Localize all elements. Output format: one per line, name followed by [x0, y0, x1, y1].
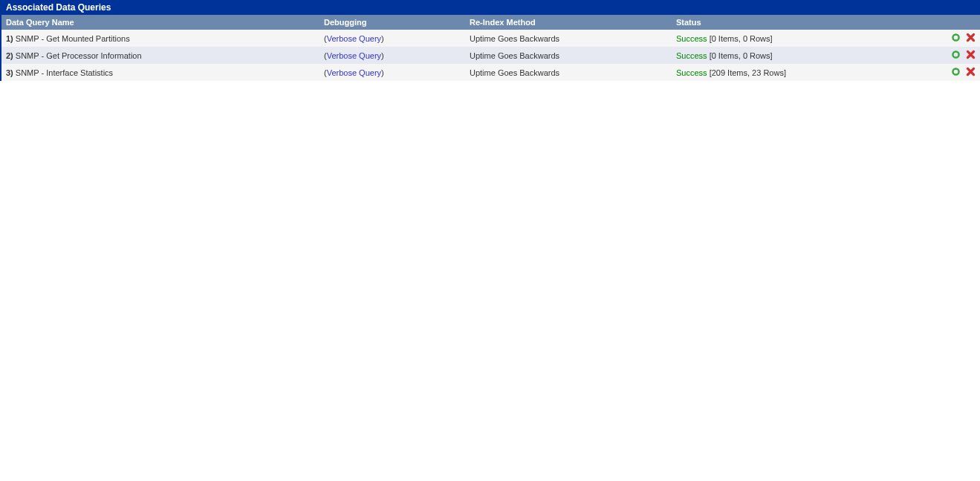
svg-point-2 [953, 68, 958, 74]
status-word: Success [676, 34, 707, 43]
status-detail: [0 Items, 0 Rows] [710, 34, 773, 43]
query-name: SNMP - Get Processor Information [16, 51, 142, 60]
table-header-row: Data Query Name Debugging Re-Index Metho… [1, 15, 980, 30]
reload-icon[interactable] [951, 33, 961, 44]
delete-icon[interactable] [966, 67, 976, 78]
table-row: 3) SNMP - Interface Statistics (Verbose … [1, 64, 980, 81]
svg-point-1 [953, 51, 958, 57]
verbose-query-link[interactable]: Verbose Query [327, 51, 381, 60]
status-word: Success [676, 51, 707, 60]
col-header-actions [944, 15, 980, 30]
panel-title: Associated Data Queries [1, 0, 980, 15]
reload-icon[interactable] [951, 67, 961, 78]
status-detail: [0 Items, 0 Rows] [710, 51, 773, 60]
associated-data-queries-panel: Associated Data Queries Data Query Name … [0, 0, 980, 81]
verbose-query-link[interactable]: Verbose Query [327, 34, 381, 43]
paren-close: ) [381, 68, 384, 77]
query-name: SNMP - Interface Statistics [16, 68, 113, 77]
paren-close: ) [381, 51, 384, 60]
row-number: 1) [6, 34, 13, 43]
delete-icon[interactable] [966, 33, 976, 44]
col-header-debugging: Debugging [319, 15, 465, 30]
status-word: Success [676, 68, 707, 77]
row-number: 3) [6, 68, 13, 77]
table-row: 2) SNMP - Get Processor Information (Ver… [1, 47, 980, 64]
data-queries-table: Data Query Name Debugging Re-Index Metho… [1, 15, 980, 81]
delete-icon[interactable] [966, 50, 976, 61]
status-detail: [209 Items, 23 Rows] [710, 68, 786, 77]
col-header-reindex: Re-Index Method [465, 15, 672, 30]
paren-close: ) [381, 34, 384, 43]
svg-point-0 [953, 34, 958, 40]
verbose-query-link[interactable]: Verbose Query [327, 68, 381, 77]
reindex-method: Uptime Goes Backwards [465, 64, 672, 81]
reindex-method: Uptime Goes Backwards [465, 30, 672, 47]
table-row: 1) SNMP - Get Mounted Partitions (Verbos… [1, 30, 980, 47]
reload-icon[interactable] [951, 50, 961, 61]
row-number: 2) [6, 51, 13, 60]
query-name: SNMP - Get Mounted Partitions [16, 34, 130, 43]
col-header-status: Status [672, 15, 944, 30]
reindex-method: Uptime Goes Backwards [465, 47, 672, 64]
col-header-name: Data Query Name [1, 15, 319, 30]
